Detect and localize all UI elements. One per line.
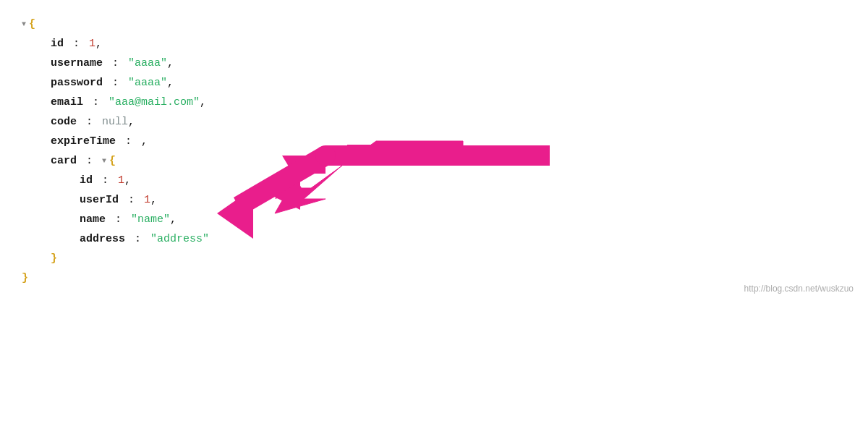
card-close-brace: }	[51, 249, 57, 268]
outer-open-brace: {	[29, 14, 35, 34]
card-field-name: name : "name" ,	[22, 210, 846, 229]
value-email: "aaa@mail.com"	[109, 93, 200, 112]
field-email: email : "aaa@mail.com" ,	[22, 93, 846, 112]
card-key-userid: userId	[80, 190, 119, 210]
value-id: 1	[89, 34, 95, 54]
field-expiretime: expireTime : ,	[22, 132, 846, 151]
json-viewer: ▼ { id : 1 , username : "aaaa" , passwor…	[0, 0, 868, 302]
card-value-userid: 1	[144, 190, 150, 210]
outer-close-line: }	[22, 268, 846, 288]
card-field-id: id : 1 ,	[22, 171, 846, 190]
card-field-userid: userId : 1 ,	[22, 190, 846, 210]
key-id: id	[51, 34, 64, 54]
value-code: null	[102, 112, 128, 132]
card-value-address: "address"	[150, 229, 209, 249]
card-key-address: address	[80, 229, 125, 249]
card-field-address: address : "address"	[22, 229, 846, 249]
key-username: username	[51, 54, 103, 73]
card-close-line: }	[22, 249, 846, 268]
key-email: email	[51, 93, 83, 112]
field-card: card : ▼ {	[22, 151, 846, 171]
card-collapse-arrow[interactable]: ▼	[102, 155, 106, 168]
field-password: password : "aaaa" ,	[22, 73, 846, 93]
card-key-name: name	[80, 210, 106, 229]
card-key-id: id	[80, 171, 93, 190]
outer-open-line: ▼ {	[22, 14, 846, 34]
key-code: code	[51, 112, 77, 132]
key-card: card	[51, 151, 77, 171]
card-open-brace: {	[109, 151, 116, 171]
field-id: id : 1 ,	[22, 34, 846, 54]
collapse-arrow[interactable]: ▼	[22, 18, 26, 31]
watermark: http://blog.csdn.net/wuskzuo	[744, 284, 854, 294]
key-expiretime: expireTime	[51, 132, 116, 151]
card-value-name: "name"	[131, 210, 170, 229]
field-username: username : "aaaa" ,	[22, 54, 846, 73]
outer-close-brace: }	[22, 268, 28, 288]
value-username: "aaaa"	[128, 54, 167, 73]
field-code: code : null ,	[22, 112, 846, 132]
key-password: password	[51, 73, 103, 93]
value-password: "aaaa"	[128, 73, 167, 93]
card-value-id: 1	[118, 171, 124, 190]
